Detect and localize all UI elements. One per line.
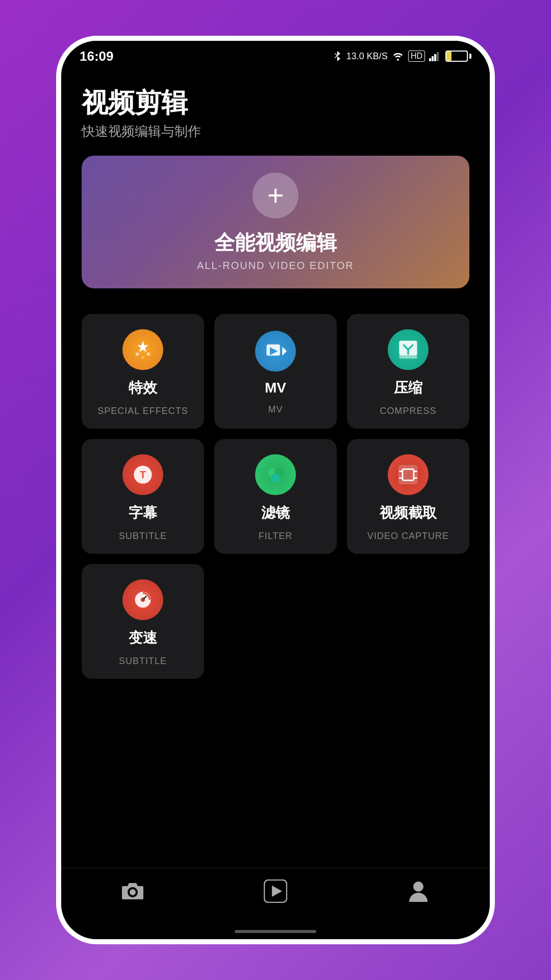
wifi-icon [392,52,404,61]
main-video-editor-card[interactable]: + 全能视频编辑 ALL-ROUND VIDEO EDITOR [82,156,469,288]
special-effects-icon [132,338,154,361]
compress-name-en: COMPRESS [380,406,436,416]
feature-grid-row1: 特效 SPECIAL EFFECTS MV MV [82,314,469,429]
nav-item-camera[interactable] [119,878,146,904]
feature-card-filter[interactable]: 滤镜 FILTER [214,439,337,554]
feature-card-compress[interactable]: 压缩 COMPRESS [347,314,469,429]
filter-icon-bg [255,454,296,495]
svg-point-27 [142,599,144,601]
special-effects-name-en: SPECIAL EFFECTS [97,406,188,416]
filter-name: 滤镜 [261,503,290,523]
speed-name-en: SUBTITLE [119,656,167,667]
phone-frame: 16:09 13.0 KB/S HD [56,36,495,944]
profile-nav-icon [405,878,432,904]
compress-icon [397,338,419,361]
mv-icon [264,340,287,362]
user-icon [408,879,429,903]
nav-item-profile[interactable] [405,878,432,904]
camera-nav-icon [119,878,146,904]
feature-card-mv[interactable]: MV MV [214,314,337,429]
plus-symbol: + [267,181,284,210]
svg-point-17 [271,474,280,483]
app-subtitle: 快速视频编辑与制作 [82,122,469,140]
filter-icon [264,463,287,486]
signal-icon [429,51,441,61]
status-time: 16:09 [80,48,114,64]
subtitle-icon: T [132,463,154,486]
svg-marker-29 [272,886,282,897]
video-capture-name: 视频截取 [380,503,437,523]
svg-point-30 [413,881,423,892]
network-speed: 13.0 KB/S [346,51,388,62]
bluetooth-icon [332,51,342,62]
feature-grid-row3: 变速 SUBTITLE [82,564,469,679]
compress-icon-bg [388,329,429,370]
home-bar [235,930,316,933]
filter-name-en: FILTER [259,531,293,542]
subtitle-name: 字幕 [129,503,157,523]
feature-card-special-effects[interactable]: 特效 SPECIAL EFFECTS [82,314,204,429]
feature-card-speed[interactable]: 变速 SUBTITLE [82,564,204,679]
video-capture-icon-bg [388,454,429,495]
play-nav-icon [262,878,289,904]
svg-text:T: T [140,469,146,480]
video-capture-name-en: VIDEO CAPTURE [367,531,449,542]
feature-card-video-capture[interactable]: 视频截取 VIDEO CAPTURE [347,439,469,554]
feature-card-subtitle[interactable]: T 字幕 SUBTITLE [82,439,204,554]
status-bar: 16:09 13.0 KB/S HD [61,41,490,71]
svg-marker-8 [282,347,287,356]
subtitle-icon-bg: T [122,454,163,495]
video-capture-icon [397,463,419,486]
svg-rect-0 [429,58,431,61]
svg-rect-11 [399,355,417,359]
main-card-title: 全能视频编辑 [214,229,337,257]
special-effects-name: 特效 [129,378,157,398]
mv-name-en: MV [268,404,283,415]
svg-point-4 [136,353,139,356]
app-title: 视频剪辑 [82,87,469,118]
svg-rect-3 [437,52,439,61]
subtitle-name-en: SUBTITLE [119,531,167,542]
app-content: 视频剪辑 快速视频编辑与制作 + 全能视频编辑 ALL-ROUND VIDEO … [61,71,490,868]
bottom-nav [61,868,490,924]
svg-rect-2 [434,54,436,61]
main-card-subtitle: ALL-ROUND VIDEO EDITOR [197,260,354,272]
mv-icon-bg [255,331,296,372]
compress-name: 压缩 [394,378,422,398]
camera-icon [121,881,144,901]
plus-button-circle: + [253,173,298,218]
feature-grid-row2: T 字幕 SUBTITLE 滤镜 FILTER [82,439,469,554]
nav-item-play[interactable] [262,878,289,904]
play-icon [264,879,287,903]
special-effects-icon-bg [122,329,163,370]
svg-rect-1 [432,56,434,61]
speed-name: 变速 [129,628,157,648]
app-header: 视频剪辑 快速视频编辑与制作 [82,87,469,140]
svg-point-6 [142,357,144,359]
svg-point-5 [147,353,151,356]
speed-icon-bg [122,579,163,620]
battery-indicator [445,51,471,62]
home-indicator [61,924,490,939]
status-icons: 13.0 KB/S HD [332,51,471,62]
speed-icon [132,589,154,611]
hd-badge: HD [408,51,425,62]
mv-name: MV [265,380,286,396]
